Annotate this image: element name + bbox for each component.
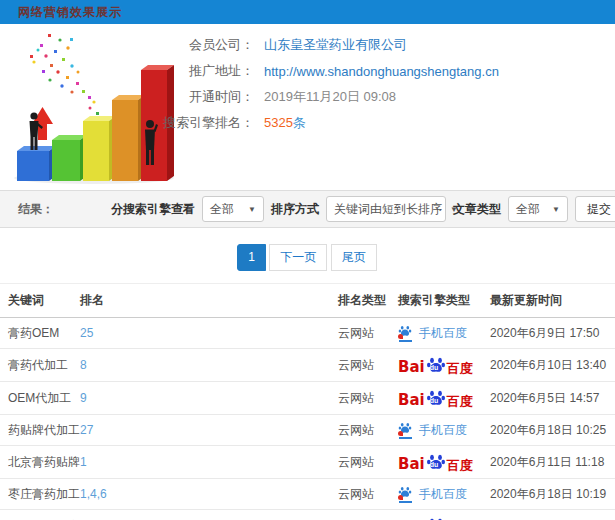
promo-url-link[interactable]: http://www.shandonghuangshengtang.cn bbox=[264, 64, 499, 79]
engine-type-cell: Baidu百度 bbox=[398, 382, 490, 415]
table-row: 药贴牌代加工 27 云网站 手机百度 2020年6月18日 10:25 bbox=[0, 415, 615, 446]
keyword-cell: 膏药OEM bbox=[0, 318, 80, 349]
bar-yellow bbox=[83, 116, 116, 181]
rank-type-cell: 云网站 bbox=[338, 479, 398, 510]
mobile-baidu-underline bbox=[399, 501, 412, 503]
info-row-rank-count: 搜索引擎排名： 5325条 bbox=[150, 110, 499, 136]
chevron-down-icon: ▼ bbox=[248, 205, 256, 214]
baidu-paw-icon: du bbox=[426, 355, 446, 375]
info-fields: 会员公司： 山东皇圣堂药业有限公司 推广地址： http://www.shand… bbox=[150, 32, 499, 136]
baidu-logo-du: du bbox=[430, 397, 439, 404]
mobile-baidu-red-accent bbox=[398, 431, 403, 436]
col-keyword: 关键词 bbox=[0, 284, 80, 318]
info-row-company: 会员公司： 山东皇圣堂药业有限公司 bbox=[150, 32, 499, 58]
article-type-label: 文章类型 bbox=[453, 201, 501, 218]
promo-url-label: 推广地址： bbox=[150, 62, 254, 80]
engine-type-cell: 手机百度 bbox=[398, 479, 490, 510]
rank-type-cell: 云网站 bbox=[338, 318, 398, 349]
col-engine-type: 搜索引擎类型 bbox=[398, 284, 490, 318]
info-row-url: 推广地址： http://www.shandonghuangshengtang.… bbox=[150, 58, 499, 84]
open-time-value: 2019年11月20日 09:08 bbox=[264, 88, 396, 106]
updated-cell: 2020年6月11日 11:18 bbox=[490, 446, 615, 479]
engine-type-cell: Baidu百度 bbox=[398, 510, 490, 520]
keyword-cell: 药贴牌代加工 bbox=[0, 415, 80, 446]
engine-filter-label: 分搜索引擎查看 bbox=[111, 201, 195, 218]
pagination-last[interactable]: 尾页 bbox=[331, 244, 377, 271]
mobile-baidu-engine: 手机百度 bbox=[398, 485, 467, 503]
sort-value: 关键词由短到长排序 bbox=[334, 201, 442, 218]
info-row-opened: 开通时间： 2019年11月20日 09:08 bbox=[150, 84, 499, 110]
mobile-baidu-label: 手机百度 bbox=[419, 422, 467, 439]
rank-cell: 9 bbox=[80, 382, 338, 415]
company-label: 会员公司： bbox=[150, 36, 254, 54]
filter-controls: 分搜索引擎查看 全部 ▼ 排序方式 关键词由短到长排序 ▼ 文章类型 全部 ▼ … bbox=[111, 191, 615, 227]
sort-select[interactable]: 关键词由短到长排序 ▼ bbox=[326, 196, 446, 222]
result-label: 结果： bbox=[18, 201, 54, 218]
engine-rank-value: 5325条 bbox=[264, 114, 306, 132]
article-type-select[interactable]: 全部 ▼ bbox=[508, 196, 568, 222]
rank-count-number: 5325 bbox=[264, 115, 293, 130]
baidu-paw-icon: du bbox=[426, 388, 446, 408]
table-row: OEM代加工 9 云网站 Baidu百度 2020年6月5日 14:57 bbox=[0, 382, 615, 415]
baidu-logo: Baidu百度 bbox=[398, 388, 473, 408]
updated-cell: 2020年6月10日 13:40 bbox=[490, 349, 615, 382]
mobile-baidu-label: 手机百度 bbox=[419, 486, 467, 503]
keyword-cell: 医疗器械厂家 bbox=[0, 510, 80, 520]
bar-orange bbox=[112, 95, 145, 181]
keyword-cell: 枣庄膏药加工 bbox=[0, 479, 80, 510]
rank-link[interactable]: 1,4,6 bbox=[80, 487, 107, 501]
table-row: 医疗器械厂家 4 云网站 Baidu百度 2020年5月29日 10:32 bbox=[0, 510, 615, 520]
rank-link[interactable]: 27 bbox=[80, 423, 93, 437]
company-link[interactable]: 山东皇圣堂药业有限公司 bbox=[264, 36, 407, 54]
article-type-value: 全部 bbox=[516, 201, 540, 218]
baidu-logo-du: du bbox=[430, 461, 439, 468]
rank-type-cell: 云网站 bbox=[338, 510, 398, 520]
engine-type-cell: 手机百度 bbox=[398, 318, 490, 349]
mobile-baidu-engine: 手机百度 bbox=[398, 324, 467, 342]
baidu-logo-cn: 百度 bbox=[447, 395, 473, 408]
rank-link[interactable]: 25 bbox=[80, 326, 93, 340]
pagination-page-1[interactable]: 1 bbox=[237, 244, 266, 271]
mobile-baidu-red-accent bbox=[398, 495, 403, 500]
rank-cell: 25 bbox=[80, 318, 338, 349]
table-body: 膏药OEM 25 云网站 手机百度 2020年6月9日 17:50 膏药代加工 … bbox=[0, 318, 615, 520]
rank-cell: 1 bbox=[80, 446, 338, 479]
table-row: 膏药OEM 25 云网站 手机百度 2020年6月9日 17:50 bbox=[0, 318, 615, 349]
rank-link[interactable]: 8 bbox=[80, 358, 87, 372]
col-rank: 排名 bbox=[80, 284, 338, 318]
open-time-label: 开通时间： bbox=[150, 88, 254, 106]
rank-type-cell: 云网站 bbox=[338, 382, 398, 415]
baidu-logo-cn: 百度 bbox=[447, 362, 473, 375]
rank-link[interactable]: 1 bbox=[80, 455, 87, 469]
updated-cell: 2020年6月18日 10:25 bbox=[490, 415, 615, 446]
table-header: 关键词 排名 排名类型 搜索引擎类型 最新更新时间 bbox=[0, 284, 615, 318]
keyword-cell: 北京膏药贴牌 bbox=[0, 446, 80, 479]
col-rank-type: 排名类型 bbox=[338, 284, 398, 318]
baidu-logo: Baidu百度 bbox=[398, 452, 473, 472]
rank-link[interactable]: 9 bbox=[80, 391, 87, 405]
rank-count-unit: 条 bbox=[293, 115, 306, 130]
updated-cell: 2020年6月5日 14:57 bbox=[490, 382, 615, 415]
keyword-cell: 膏药代加工 bbox=[0, 349, 80, 382]
engine-type-cell: 手机百度 bbox=[398, 415, 490, 446]
baidu-paw-icon: du bbox=[426, 452, 446, 472]
sort-label: 排序方式 bbox=[271, 201, 319, 218]
rank-cell: 27 bbox=[80, 415, 338, 446]
engine-type-cell: Baidu百度 bbox=[398, 446, 490, 479]
pagination: 1 下一页 尾页 bbox=[0, 244, 615, 271]
mobile-baidu-red-accent bbox=[398, 334, 403, 339]
table-row: 北京膏药贴牌 1 云网站 Baidu百度 2020年6月11日 11:18 bbox=[0, 446, 615, 479]
mobile-baidu-underline bbox=[399, 340, 412, 342]
baidu-paw-icon: du bbox=[426, 516, 446, 520]
mobile-baidu-icon bbox=[398, 421, 414, 439]
col-updated: 最新更新时间 bbox=[490, 284, 615, 318]
baidu-logo-bai: Bai bbox=[398, 393, 425, 408]
mobile-baidu-underline bbox=[399, 437, 412, 439]
submit-button[interactable]: 提交 bbox=[575, 196, 615, 222]
keyword-cell: OEM代加工 bbox=[0, 382, 80, 415]
rank-type-cell: 云网站 bbox=[338, 415, 398, 446]
updated-cell: 2020年6月18日 10:19 bbox=[490, 479, 615, 510]
engine-filter-select[interactable]: 全部 ▼ bbox=[202, 196, 264, 222]
baidu-logo: Baidu百度 bbox=[398, 516, 473, 520]
pagination-next[interactable]: 下一页 bbox=[269, 244, 327, 271]
